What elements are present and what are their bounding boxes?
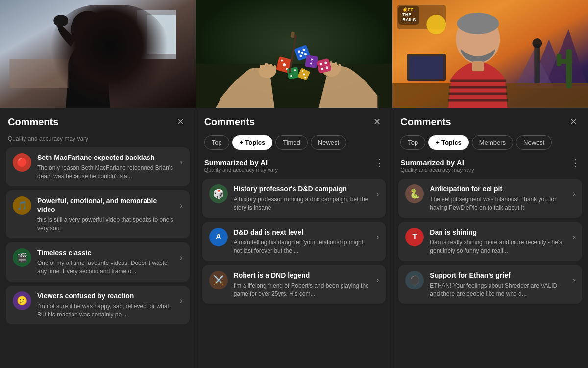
svg-rect-12 — [265, 63, 268, 72]
topic-avatar-2-0: 🎲 — [209, 184, 228, 203]
topic-title-2-1: D&D dad is next level — [234, 228, 370, 237]
tab-topics-2[interactable]: + Topics — [232, 135, 273, 150]
panels-container: Comments ✕ Quality and accuracy may vary… — [0, 0, 588, 368]
tab-timed-2[interactable]: Timed — [275, 135, 308, 150]
svg-rect-32 — [287, 67, 299, 79]
panel-2: Comments ✕ Top + Topics Timed Newest Sum… — [196, 0, 393, 368]
panel-3: ☀️FF THE RAILS Comments ✕ Top + Topics M… — [392, 0, 588, 368]
topic-title-2-0: History professor's D&D campaign — [234, 184, 370, 193]
topics-label-2: Topics — [245, 139, 265, 146]
topic-body-1-1: this is still a very powerful video that… — [37, 216, 174, 233]
comments-header-1: Comments ✕ — [0, 108, 196, 133]
filter-tabs-2: Top + Topics Timed Newest — [196, 133, 392, 155]
chevron-3-1: › — [573, 233, 575, 241]
svg-point-3 — [71, 11, 105, 48]
topic-avatar-2-1: A — [209, 228, 228, 246]
topic-title-3-0: Anticipation for eel pit — [430, 184, 566, 193]
ai-summary-2: Summarized by AI Quality and accuracy ma… — [202, 155, 386, 179]
comments-section-1: Comments ✕ Quality and accuracy may vary… — [0, 108, 196, 368]
comments-section-2: Comments ✕ Top + Topics Timed Newest Sum… — [196, 108, 392, 368]
chevron-3-2: › — [573, 276, 575, 285]
svg-rect-59 — [472, 61, 484, 71]
topic-card-2-2[interactable]: ⚔️ Robert is a DND legend I'm a lifelong… — [202, 265, 386, 304]
thumbnail-2 — [196, 0, 392, 108]
thumbnail-1 — [0, 0, 196, 108]
svg-rect-60 — [535, 44, 540, 83]
close-button-3[interactable]: ✕ — [566, 115, 580, 129]
topic-title-3-1: Dan is shining — [430, 228, 566, 237]
svg-point-58 — [457, 13, 499, 34]
topic-avatar-3-1: T — [405, 228, 424, 246]
topic-card-text-2-0: History professor's D&D campaign A histo… — [234, 184, 370, 212]
topic-avatar-1-3: 😕 — [13, 291, 31, 310]
topic-card-2-0[interactable]: 🎲 History professor's D&D campaign A his… — [202, 179, 386, 218]
ai-summary-subtitle-3: Quality and accuracy may vary — [400, 167, 474, 173]
close-button-1[interactable]: ✕ — [174, 115, 188, 129]
ai-summary-title-3: Summarized by AI — [400, 158, 474, 167]
filter-tabs-3: Top + Topics Members Newest — [392, 133, 588, 155]
ai-summary-text-3: Summarized by AI Quality and accuracy ma… — [400, 158, 474, 173]
topic-title-2-2: Robert is a DND legend — [234, 271, 370, 280]
topic-card-text-1-3: Viewers confused by reaction I'm not sur… — [37, 291, 174, 319]
panel1-scroll[interactable]: Quality and accuracy may vary 🔴 Seth Mac… — [0, 133, 196, 368]
topic-body-3-2: ETHAN! Your feelings about Shredder are … — [430, 282, 566, 298]
svg-rect-14 — [273, 65, 276, 72]
topic-card-text-3-0: Anticipation for eel pit The eel pit seg… — [430, 184, 566, 212]
svg-rect-63 — [410, 56, 444, 79]
tab-top-3[interactable]: Top — [400, 135, 425, 150]
topic-card-3-1[interactable]: T Dan is shining Dan is really shining m… — [398, 222, 582, 261]
topic-title-1-2: Timeless classic — [37, 248, 174, 257]
ai-summary-title-2: Summarized by AI — [204, 158, 278, 167]
thumbnail-3: ☀️FF THE RAILS — [392, 0, 588, 108]
topic-card-1-3[interactable]: 😕 Viewers confused by reaction I'm not s… — [6, 286, 190, 325]
topic-title-1-0: Seth MacFarlane expected backlash — [37, 153, 174, 162]
topic-body-1-3: I'm not sure if he was happy, sad, relie… — [37, 302, 174, 319]
topic-card-3-0[interactable]: 🐍 Anticipation for eel pit The eel pit s… — [398, 179, 582, 218]
topic-body-2-1: A man telling his daughter 'your relatio… — [234, 238, 370, 255]
topic-card-1-0[interactable]: 🔴 Seth MacFarlane expected backlash The … — [6, 147, 190, 186]
svg-point-61 — [533, 38, 542, 48]
comments-title-3: Comments — [400, 116, 451, 128]
svg-rect-2 — [147, 15, 176, 54]
topic-body-1-0: The only reason Seth MacFarlane retconne… — [37, 164, 174, 181]
topic-card-text-1-1: Powerful, emotional, and memorable video… — [37, 196, 174, 233]
ai-summary-subtitle-2: Quality and accuracy may vary — [204, 167, 278, 173]
chevron-2-2: › — [376, 276, 379, 285]
svg-rect-11 — [260, 65, 263, 73]
tab-members-3[interactable]: Members — [472, 135, 513, 150]
dots-menu-3[interactable]: ⋮ — [571, 158, 580, 167]
svg-rect-6 — [9, 59, 68, 88]
chevron-1-1: › — [180, 201, 182, 210]
chevron-3-0: › — [573, 189, 575, 198]
topic-body-3-0: The eel pit segment was hilarious! Thank… — [430, 195, 566, 212]
svg-point-5 — [110, 15, 124, 26]
topic-card-1-2[interactable]: 🎬 Timeless classic One of my all time fa… — [6, 242, 190, 282]
topics-label-3: Topics — [441, 139, 462, 146]
quality-note-1: Quality and accuracy may vary — [6, 133, 190, 147]
close-button-2[interactable]: ✕ — [370, 115, 384, 129]
topic-body-3-1: Dan is really shining more and more rece… — [430, 238, 566, 255]
tab-top-2[interactable]: Top — [204, 135, 229, 150]
comments-title-1: Comments — [8, 116, 58, 128]
ai-summary-header-3: Summarized by AI Quality and accuracy ma… — [400, 158, 580, 173]
topic-avatar-2-2: ⚔️ — [209, 271, 228, 289]
tab-newest-3[interactable]: Newest — [516, 135, 552, 150]
plus-icon-2: + — [240, 139, 244, 146]
topic-body-2-0: A history professor running a dnd campai… — [234, 195, 370, 212]
ai-summary-header-2: Summarized by AI Quality and accuracy ma… — [204, 158, 384, 173]
topic-card-1-1[interactable]: 🎵 Powerful, emotional, and memorable vid… — [6, 190, 190, 238]
topic-card-3-2[interactable]: ⚫ Support for Ethan's grief ETHAN! Your … — [398, 265, 582, 304]
svg-rect-13 — [270, 64, 272, 72]
tab-topics-3[interactable]: + Topics — [428, 135, 469, 150]
topic-card-2-1[interactable]: A D&D dad is next level A man telling hi… — [202, 222, 386, 261]
topic-card-text-2-2: Robert is a DND legend I'm a lifelong fr… — [234, 271, 370, 298]
dots-menu-2[interactable]: ⋮ — [375, 158, 384, 167]
comments-content-3[interactable]: Summarized by AI Quality and accuracy ma… — [392, 155, 588, 368]
panel-1: Comments ✕ Quality and accuracy may vary… — [0, 0, 196, 368]
topic-avatar-3-2: ⚫ — [405, 271, 424, 289]
comments-content-2[interactable]: Summarized by AI Quality and accuracy ma… — [196, 155, 392, 368]
topic-avatar-1-1: 🎵 — [13, 196, 31, 215]
tab-newest-2[interactable]: Newest — [311, 135, 346, 150]
svg-rect-29 — [305, 55, 318, 68]
comments-title-2: Comments — [204, 116, 255, 128]
